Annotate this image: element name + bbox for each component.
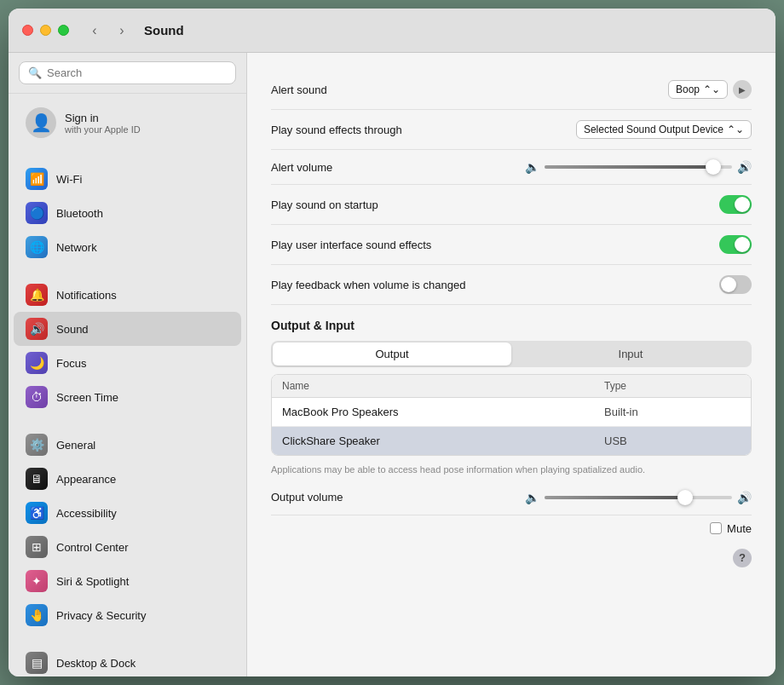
- output-input-section-header: Output & Input: [271, 305, 752, 341]
- sign-in-subtitle: with your Apple ID: [65, 124, 141, 135]
- sidebar-item-privacy[interactable]: 🤚 Privacy & Security: [14, 598, 241, 632]
- alert-sound-value: Boop: [676, 83, 700, 95]
- sidebar-more-section: ▤ Desktop & Dock 🖥 Displays 🌄 Wallpaper: [9, 642, 246, 676]
- search-wrapper[interactable]: 🔍: [19, 61, 236, 84]
- sidebar-label-network: Network: [56, 241, 97, 254]
- play-startup-control: [719, 195, 752, 214]
- controlcenter-icon: ⊞: [26, 536, 48, 558]
- sidebar-label-accessibility: Accessibility: [56, 507, 117, 520]
- sidebar-label-bluetooth: Bluetooth: [56, 207, 103, 220]
- navigation-buttons: ‹ ›: [83, 21, 134, 40]
- tab-input[interactable]: Input: [511, 342, 750, 366]
- search-bar: 🔍: [9, 53, 246, 94]
- play-feedback-label: Play feedback when volume is changed: [271, 279, 719, 291]
- general-icon: ⚙️: [26, 434, 48, 456]
- sidebar-item-wifi[interactable]: 📶 Wi-Fi: [14, 162, 241, 196]
- output-volume-thumb[interactable]: [677, 490, 693, 505]
- alert-sound-row: Alert sound Boop ⌃⌄ ▶: [271, 70, 752, 110]
- device-macbook-name: MacBook Pro Speakers: [282, 406, 604, 418]
- avatar: 👤: [26, 107, 56, 138]
- spatialized-audio-footnote: Applications may be able to access head …: [271, 456, 752, 481]
- sidebar-network-section: 📶 Wi-Fi 🔵 Bluetooth 🌐 Network: [9, 158, 246, 268]
- sidebar-label-privacy: Privacy & Security: [56, 609, 146, 622]
- alert-sound-dropdown[interactable]: Boop ⌃⌄: [668, 80, 728, 99]
- col-type-header: Type: [604, 380, 741, 392]
- play-through-row: Play sound effects through Selected Soun…: [271, 110, 752, 150]
- sidebar-item-appearance[interactable]: 🖥 Appearance: [14, 462, 241, 496]
- traffic-lights: [22, 25, 69, 36]
- play-alert-button[interactable]: ▶: [733, 80, 752, 99]
- play-ui-thumb: [735, 237, 750, 252]
- alert-sound-label: Alert sound: [271, 83, 668, 96]
- titlebar: ‹ › Sound: [9, 9, 775, 53]
- sign-in-item[interactable]: 👤 Sign in with your Apple ID: [14, 101, 241, 145]
- play-ui-label: Play user interface sound effects: [271, 239, 719, 251]
- desktop-icon: ▤: [26, 652, 48, 674]
- sidebar-label-appearance: Appearance: [56, 473, 116, 486]
- tab-output[interactable]: Output: [273, 342, 511, 366]
- device-row-clickshare[interactable]: ClickShare Speaker USB: [272, 427, 751, 455]
- appearance-icon: 🖥: [26, 468, 48, 490]
- device-macbook-type: Built-in: [604, 406, 741, 418]
- sidebar-item-bluetooth[interactable]: 🔵 Bluetooth: [14, 196, 241, 230]
- volume-high-icon: 🔊: [737, 160, 752, 174]
- play-ui-toggle[interactable]: [719, 235, 752, 254]
- mute-checkbox[interactable]: [710, 522, 722, 534]
- alert-volume-control: 🔈 🔊: [525, 160, 752, 174]
- output-volume-slider[interactable]: [545, 496, 732, 499]
- sidebar-system-section: 🔔 Notifications 🔊 Sound 🌙 Focus ⏱ Screen…: [9, 274, 246, 417]
- device-table: Name Type MacBook Pro Speakers Built-in …: [271, 374, 752, 456]
- sidebar-item-accessibility[interactable]: ♿ Accessibility: [14, 496, 241, 530]
- sidebar-label-desktop: Desktop & Dock: [56, 657, 135, 670]
- network-icon: 🌐: [26, 236, 48, 258]
- sidebar-item-focus[interactable]: 🌙 Focus: [14, 346, 241, 380]
- system-preferences-window: ‹ › Sound 🔍 👤 Sign in with your Apple ID: [9, 9, 775, 676]
- play-feedback-thumb: [721, 277, 736, 292]
- close-button[interactable]: [22, 25, 33, 36]
- output-volume-row: Output volume 🔈 🔊: [271, 481, 752, 515]
- play-feedback-toggle[interactable]: [719, 275, 752, 294]
- back-button[interactable]: ‹: [83, 21, 107, 40]
- minimize-button[interactable]: [40, 25, 51, 36]
- forward-button[interactable]: ›: [110, 21, 134, 40]
- play-through-label: Play sound effects through: [271, 124, 576, 136]
- privacy-icon: 🤚: [26, 604, 48, 626]
- output-volume-low-icon: 🔈: [525, 491, 539, 504]
- screentime-icon: ⏱: [26, 386, 48, 408]
- sidebar-label-wifi: Wi-Fi: [56, 173, 82, 186]
- sidebar-item-general[interactable]: ⚙️ General: [14, 428, 241, 462]
- play-through-control: Selected Sound Output Device ⌃⌄: [576, 120, 752, 139]
- wifi-icon: 📶: [26, 168, 48, 190]
- device-row-macbook[interactable]: MacBook Pro Speakers Built-in: [272, 398, 751, 427]
- window-title: Sound: [144, 23, 184, 37]
- sidebar-item-controlcenter[interactable]: ⊞ Control Center: [14, 530, 241, 564]
- sidebar-item-siri[interactable]: ✦ Siri & Spotlight: [14, 564, 241, 598]
- play-through-dropdown[interactable]: Selected Sound Output Device ⌃⌄: [576, 120, 752, 139]
- play-ui-control: [719, 235, 752, 254]
- main-content: Alert sound Boop ⌃⌄ ▶ Play sound effects…: [247, 53, 775, 676]
- sign-in-title: Sign in: [65, 112, 141, 124]
- play-feedback-control: [719, 275, 752, 294]
- sidebar-item-notifications[interactable]: 🔔 Notifications: [14, 278, 241, 312]
- play-ui-row: Play user interface sound effects: [271, 225, 752, 265]
- alert-volume-row: Alert volume 🔈 🔊: [271, 150, 752, 185]
- sidebar-item-screentime[interactable]: ⏱ Screen Time: [14, 380, 241, 414]
- output-volume-high-icon: 🔊: [737, 491, 752, 504]
- device-clickshare-type: USB: [604, 435, 741, 447]
- output-volume-label: Output volume: [271, 491, 525, 504]
- output-volume-control: 🔈 🔊: [525, 491, 752, 504]
- siri-icon: ✦: [26, 570, 48, 592]
- alert-volume-thumb[interactable]: [706, 159, 721, 175]
- search-input[interactable]: [47, 66, 227, 79]
- help-button[interactable]: ?: [733, 549, 752, 567]
- play-startup-toggle[interactable]: [719, 195, 752, 214]
- sidebar-sign-in-section: 👤 Sign in with your Apple ID: [9, 94, 246, 152]
- sidebar-label-general: General: [56, 439, 95, 452]
- sidebar-item-desktop[interactable]: ▤ Desktop & Dock: [14, 646, 241, 676]
- play-through-arrow-icon: ⌃⌄: [727, 124, 744, 135]
- alert-volume-slider[interactable]: [545, 165, 732, 169]
- device-table-header: Name Type: [272, 375, 751, 398]
- maximize-button[interactable]: [58, 25, 69, 36]
- sidebar-item-sound[interactable]: 🔊 Sound: [14, 312, 241, 346]
- sidebar-item-network[interactable]: 🌐 Network: [14, 230, 241, 264]
